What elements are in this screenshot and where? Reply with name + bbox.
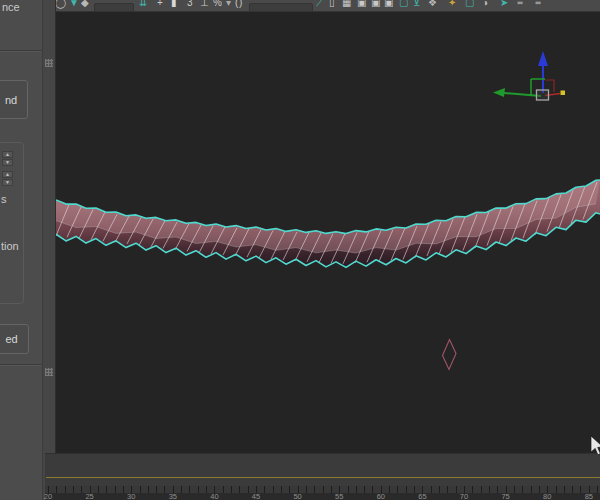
- gizmo-y-arrowhead-icon[interactable]: [493, 88, 505, 97]
- gizmo-center-box[interactable]: [537, 90, 549, 100]
- gizmo-z-arrowhead-icon[interactable]: [538, 51, 548, 66]
- mouse-cursor-icon: [591, 436, 600, 455]
- gizmo-x-tip-icon[interactable]: [561, 91, 566, 96]
- mesh-object[interactable]: [56, 180, 600, 370]
- diamond-marker[interactable]: [443, 340, 457, 370]
- viewport-overlay: [0, 0, 600, 500]
- transform-gizmo[interactable]: [493, 51, 565, 100]
- max-application-window: ◯▼◆⇊+▮3⊥%▾( )⟋▯▦▣▣▣▢⊻❖✦▢◑➤▪▪▪▪ nce nd ▲ …: [0, 0, 600, 500]
- gizmo-y-axis[interactable]: [504, 93, 541, 96]
